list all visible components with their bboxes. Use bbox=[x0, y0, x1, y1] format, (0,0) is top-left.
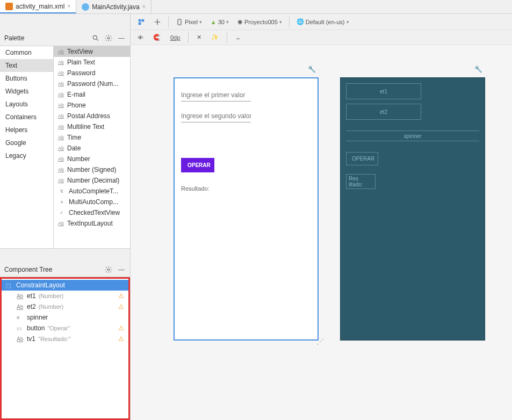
text-icon: Ab bbox=[58, 60, 64, 65]
java-file-icon bbox=[82, 3, 89, 11]
wrench-icon[interactable]: 🔧 bbox=[474, 66, 482, 73]
resize-handle-icon[interactable]: ⋰ bbox=[316, 337, 324, 346]
minimize-icon[interactable]: — bbox=[117, 265, 126, 274]
palette-item-number-decimal[interactable]: AbNumber (Decimal) bbox=[54, 175, 130, 186]
checked-icon: ✓ bbox=[58, 209, 66, 216]
text-icon: Ab bbox=[58, 178, 64, 183]
blueprint-spinner[interactable]: spinner bbox=[346, 131, 479, 141]
multiauto-icon: ≡ bbox=[58, 199, 66, 205]
clear-constraints-icon[interactable]: ✕ bbox=[194, 33, 204, 42]
category-common[interactable]: Common bbox=[0, 46, 53, 59]
button-icon: ▭ bbox=[17, 325, 24, 331]
category-text[interactable]: Text bbox=[0, 59, 53, 72]
text-icon: Ab bbox=[58, 156, 64, 162]
preview-et2[interactable] bbox=[181, 110, 251, 122]
blueprint-result[interactable]: Res iltado: bbox=[346, 174, 376, 189]
api-selector[interactable]: ▲ 30 bbox=[208, 18, 232, 26]
tree-node-et1[interactable]: Ab et1 (Number) ⚠ bbox=[2, 291, 128, 301]
palette-categories: Common Text Buttons Widgets Layouts Cont… bbox=[0, 46, 54, 248]
tab-main-activity[interactable]: MainActivity.java × bbox=[76, 0, 151, 13]
palette-item-textview[interactable]: AbTextView bbox=[54, 46, 130, 57]
tab-label: activity_main.xml bbox=[16, 3, 64, 10]
palette-item-textinputlayout[interactable]: AbTextInputLayout bbox=[54, 218, 130, 229]
view-options-icon[interactable]: 👁 bbox=[135, 33, 146, 42]
svg-point-2 bbox=[107, 37, 110, 39]
preview-et1[interactable] bbox=[181, 89, 251, 102]
palette-item-postal[interactable]: AbPostal Address bbox=[54, 111, 130, 121]
design-panel: Pixel ▲ 30 ◉ Proyecto005 🌐 Default (en-u… bbox=[131, 14, 512, 420]
search-icon[interactable] bbox=[91, 34, 100, 42]
close-icon[interactable]: × bbox=[67, 3, 70, 9]
infer-constraints-icon[interactable]: ✨ bbox=[208, 33, 221, 42]
palette-item-password-num[interactable]: AbPassword (Num... bbox=[54, 78, 130, 89]
category-layouts[interactable]: Layouts bbox=[0, 98, 53, 111]
warning-icon: ⚠ bbox=[118, 335, 124, 343]
text-icon: Ab bbox=[58, 103, 64, 108]
category-google[interactable]: Google bbox=[0, 136, 53, 149]
design-preview[interactable]: 🔧 OPERAR Resultado: ⋰ bbox=[174, 77, 319, 341]
palette-item-multiline[interactable]: AbMultiline Text bbox=[54, 121, 130, 132]
svg-rect-7 bbox=[178, 19, 181, 25]
tree-node-button[interactable]: ▭ button "Operar" ⚠ bbox=[2, 323, 128, 334]
category-buttons[interactable]: Buttons bbox=[0, 72, 53, 85]
text-icon: Ab bbox=[58, 221, 64, 226]
svg-rect-5 bbox=[142, 19, 145, 21]
autocomplete-icon: ↯ bbox=[58, 188, 66, 194]
tree-node-constraintlayout[interactable]: ⬚ ConstraintLayout bbox=[2, 280, 128, 291]
palette-item-time[interactable]: AbTime bbox=[54, 132, 130, 143]
design-surface[interactable]: 🔧 OPERAR Resultado: ⋰ 🔧 et1 et2 spinner … bbox=[131, 45, 512, 420]
palette-item-autocomplete[interactable]: ↯AutoCompleteT... bbox=[54, 186, 130, 197]
palette-item-phone[interactable]: AbPhone bbox=[54, 100, 130, 111]
palette-item-multiautocomplete[interactable]: ≡MultiAutoComp... bbox=[54, 197, 130, 207]
spinner-icon: ≡ bbox=[17, 315, 24, 321]
category-legacy[interactable]: Legacy bbox=[0, 149, 53, 162]
minimize-icon[interactable]: — bbox=[117, 34, 126, 42]
tree-node-tv1[interactable]: Ab tv1 "Resultado:" ⚠ bbox=[2, 334, 128, 344]
palette-item-plaintext[interactable]: AbPlain Text bbox=[54, 57, 130, 68]
svg-line-1 bbox=[97, 39, 98, 40]
text-icon: Ab bbox=[58, 146, 64, 151]
theme-selector[interactable]: ◉ Proyecto005 bbox=[235, 17, 285, 26]
svg-point-3 bbox=[107, 269, 110, 271]
preview-button[interactable]: OPERAR bbox=[181, 158, 214, 172]
palette-item-number-signed[interactable]: AbNumber (Signed) bbox=[54, 164, 130, 175]
text-icon: Ab bbox=[17, 336, 24, 342]
layout-icon: ⬚ bbox=[6, 283, 13, 288]
locale-selector[interactable]: 🌐 Default (en-us) bbox=[294, 17, 352, 26]
palette-item-date[interactable]: AbDate bbox=[54, 143, 130, 154]
design-surface-icon[interactable] bbox=[135, 17, 148, 27]
text-icon: Ab bbox=[58, 49, 64, 54]
tree-node-spinner[interactable]: ≡ spinner bbox=[2, 312, 128, 323]
tab-activity-main[interactable]: activity_main.xml × bbox=[0, 0, 76, 13]
guidelines-icon[interactable]: ⫠ bbox=[233, 33, 244, 42]
category-containers[interactable]: Containers bbox=[0, 111, 53, 124]
blueprint-et1[interactable]: et1 bbox=[346, 83, 421, 99]
warning-icon: ⚠ bbox=[118, 303, 124, 310]
text-icon: Ab bbox=[17, 304, 24, 310]
file-tabs: activity_main.xml × MainActivity.java × bbox=[0, 0, 512, 14]
category-widgets[interactable]: Widgets bbox=[0, 85, 53, 98]
orientation-icon[interactable] bbox=[151, 17, 164, 27]
blueprint-button[interactable]: OPERAR bbox=[346, 152, 378, 165]
text-icon: Ab bbox=[58, 135, 64, 140]
palette-item-checkedtext[interactable]: ✓CheckedTextView bbox=[54, 207, 130, 218]
autoconnect-icon[interactable]: 🧲 bbox=[150, 33, 163, 42]
blueprint-preview[interactable]: 🔧 et1 et2 spinner OPERAR Res iltado: bbox=[340, 77, 485, 341]
wrench-icon[interactable]: 🔧 bbox=[308, 66, 316, 73]
palette-item-password[interactable]: AbPassword bbox=[54, 68, 130, 78]
gear-icon[interactable] bbox=[104, 34, 113, 42]
xml-file-icon bbox=[5, 3, 13, 10]
text-icon: Ab bbox=[17, 293, 24, 299]
text-icon: Ab bbox=[58, 124, 64, 129]
gear-icon[interactable] bbox=[104, 265, 113, 274]
palette-items: AbTextView AbPlain Text AbPassword AbPas… bbox=[54, 46, 130, 248]
default-margin[interactable]: 0dp bbox=[168, 33, 183, 42]
device-selector[interactable]: Pixel bbox=[173, 17, 205, 27]
warning-icon: ⚠ bbox=[118, 324, 124, 332]
palette-item-email[interactable]: AbE-mail bbox=[54, 89, 130, 100]
close-icon[interactable]: × bbox=[142, 4, 146, 10]
category-helpers[interactable]: Helpers bbox=[0, 124, 53, 136]
blueprint-et2[interactable]: et2 bbox=[346, 104, 421, 120]
palette-item-number[interactable]: AbNumber bbox=[54, 154, 130, 164]
tree-node-et2[interactable]: Ab et2 (Number) ⚠ bbox=[2, 301, 128, 312]
